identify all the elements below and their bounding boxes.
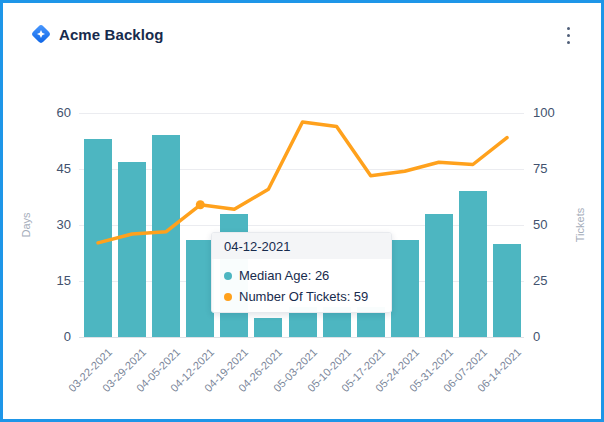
left-axis-tick-15: 15 xyxy=(37,273,71,288)
bar-05-24-2021[interactable] xyxy=(391,240,419,337)
tooltip-median-age-row: Median Age: 26 xyxy=(224,265,379,286)
right-axis-tick-100: 100 xyxy=(533,105,573,120)
bar-04-26-2021[interactable] xyxy=(254,318,282,337)
acme-backlog-widget: Acme Backlog 001525305045756010003-22-20… xyxy=(0,0,604,422)
tickets-dot-icon xyxy=(224,293,232,301)
right-axis-tick-25: 25 xyxy=(533,273,573,288)
tooltip-tickets-text: Number Of Tickets: 59 xyxy=(239,289,368,304)
bar-03-22-2021[interactable] xyxy=(84,139,112,337)
bar-06-14-2021[interactable] xyxy=(493,244,521,337)
bar-03-29-2021[interactable] xyxy=(118,162,146,337)
tooltip-tickets-row: Number Of Tickets: 59 xyxy=(224,286,379,307)
tooltip-date: 04-12-2021 xyxy=(212,233,391,259)
x-axis-label-03-22-2021: 03-22-2021 xyxy=(0,346,114,422)
hovered-point-marker[interactable] xyxy=(196,200,205,209)
tooltip-body: Median Age: 26 Number Of Tickets: 59 xyxy=(212,259,391,313)
right-axis-tick-75: 75 xyxy=(533,161,573,176)
right-axis-tick-50: 50 xyxy=(533,217,573,232)
left-axis-title: Days xyxy=(20,195,34,255)
left-axis-tick-45: 45 xyxy=(37,161,71,176)
backlog-chart: 001525305045756010003-22-202103-29-20210… xyxy=(3,3,601,419)
left-axis-tick-0: 0 xyxy=(37,329,71,344)
right-axis-tick-0: 0 xyxy=(533,329,573,344)
median-age-dot-icon xyxy=(224,272,232,280)
bar-05-31-2021[interactable] xyxy=(425,214,453,337)
gridline-60 xyxy=(79,113,524,114)
bar-04-05-2021[interactable] xyxy=(152,135,180,337)
left-axis-tick-30: 30 xyxy=(37,217,71,232)
chart-tooltip: 04-12-2021 Median Age: 26 Number Of Tick… xyxy=(211,232,392,313)
right-axis-title: Tickets xyxy=(574,195,588,255)
left-axis-tick-60: 60 xyxy=(37,105,71,120)
tooltip-median-age-text: Median Age: 26 xyxy=(239,268,329,283)
gridline-0 xyxy=(79,337,524,338)
bar-06-07-2021[interactable] xyxy=(459,191,487,337)
